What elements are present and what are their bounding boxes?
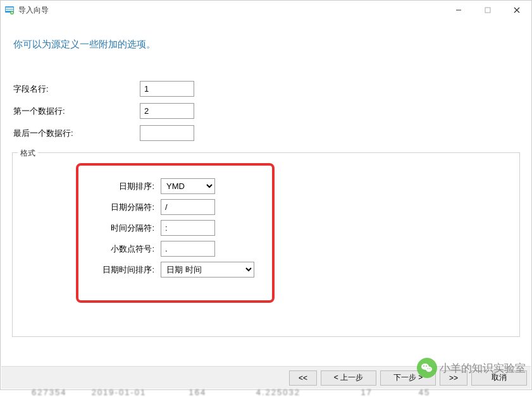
svg-rect-5 xyxy=(485,8,490,13)
content-area: 你可以为源定义一些附加的选项。 字段名行: 第一个数据行: 最后一个数据行: 格… xyxy=(1,20,531,343)
date-separator-row: 日期分隔符: xyxy=(91,199,259,215)
date-order-label: 日期排序: xyxy=(91,181,154,192)
page-heading: 你可以为源定义一些附加的选项。 xyxy=(13,39,520,51)
date-separator-input[interactable] xyxy=(161,199,215,215)
first-data-row-input[interactable] xyxy=(140,103,194,119)
date-separator-label: 日期分隔符: xyxy=(91,202,154,213)
svg-point-10 xyxy=(423,365,424,367)
prev-button[interactable]: < 上一步 xyxy=(321,370,376,386)
wechat-icon xyxy=(417,358,437,378)
time-separator-row: 时间分隔符: xyxy=(91,220,259,236)
decimal-symbol-label: 小数点符号: xyxy=(91,243,154,255)
format-fieldset: 格式 日期排序: YMD 日期分隔符: 时间分隔符: 小数点符号: xyxy=(12,152,520,337)
datetime-order-row: 日期时间排序: 日期 时间 xyxy=(91,262,259,278)
date-order-select[interactable]: YMD xyxy=(161,178,215,194)
last-data-row-label: 最后一个数据行: xyxy=(13,128,140,139)
decimal-symbol-row: 小数点符号: xyxy=(91,241,259,257)
svg-point-12 xyxy=(428,368,428,369)
field-name-row: 字段名行: xyxy=(12,81,520,97)
datetime-order-select[interactable]: 日期 时间 xyxy=(161,262,254,278)
field-name-row-label: 字段名行: xyxy=(13,83,140,95)
last-data-row-input[interactable] xyxy=(140,125,194,141)
maximize-button[interactable] xyxy=(473,1,502,20)
import-wizard-window: 导入向导 你可以为源定义一些附加的选项。 字段名行: 第一个数据行: 最后一个数… xyxy=(0,0,532,390)
svg-point-11 xyxy=(426,365,427,367)
date-order-row: 日期排序: YMD xyxy=(91,178,259,194)
last-data-row: 最后一个数据行: xyxy=(12,125,520,141)
titlebar-controls xyxy=(444,1,531,20)
time-separator-input[interactable] xyxy=(161,220,215,236)
window-title: 导入向导 xyxy=(18,5,444,16)
titlebar: 导入向导 xyxy=(1,1,531,20)
minimize-button[interactable] xyxy=(444,1,473,20)
svg-point-13 xyxy=(430,368,430,369)
first-data-row-label: 第一个数据行: xyxy=(13,106,140,117)
background-table-row: 627354 2019-01-01 164 4.225032 17 45 xyxy=(32,388,430,397)
close-button[interactable] xyxy=(502,1,531,20)
svg-rect-1 xyxy=(6,8,13,9)
rewind-button[interactable]: << xyxy=(289,370,317,386)
highlight-annotation: 日期排序: YMD 日期分隔符: 时间分隔符: 小数点符号: xyxy=(76,163,275,303)
format-legend: 格式 xyxy=(18,148,38,159)
svg-point-9 xyxy=(426,367,432,372)
decimal-symbol-input[interactable] xyxy=(161,241,215,257)
field-name-row-input[interactable] xyxy=(140,81,194,97)
datetime-order-label: 日期时间排序: xyxy=(91,264,154,276)
svg-rect-2 xyxy=(6,9,13,11)
time-separator-label: 时间分隔符: xyxy=(91,223,154,234)
first-data-row: 第一个数据行: xyxy=(12,103,520,119)
watermark-text: 小羊的知识实验室 xyxy=(440,361,526,376)
app-icon xyxy=(4,5,15,15)
watermark: 小羊的知识实验室 xyxy=(417,358,526,378)
